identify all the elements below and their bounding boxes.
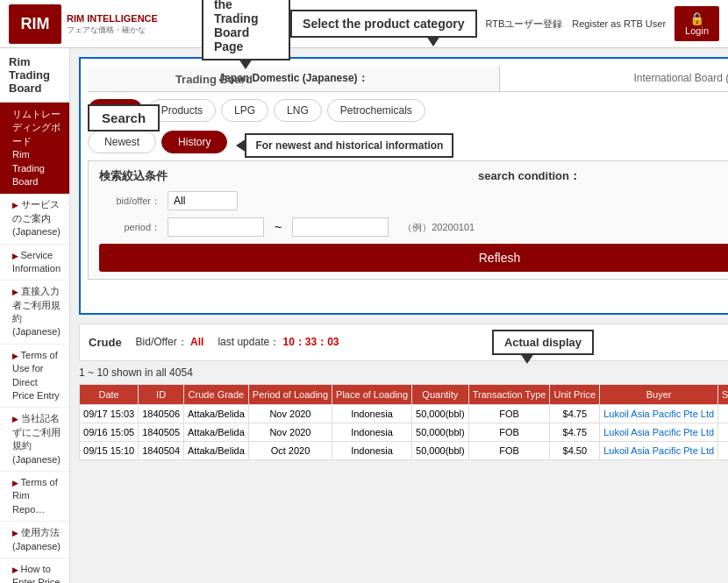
table-row: 09/17 15:031840506Attaka/BelidaNov 2020I…: [80, 405, 728, 423]
table-cell: 50,000(bbl): [412, 423, 469, 442]
table-cell: 1840504: [139, 442, 184, 460]
table-row: 09/16 15:051840505Attaka/BelidaNov 2020I…: [80, 423, 728, 442]
board-tabs: Japan Domestic (Japanese)： International…: [79, 57, 728, 315]
sidebar-item-usage-ja[interactable]: 使用方法(Japanese): [0, 522, 69, 558]
header: RIM RIM INTELLIGENCE フェアな価格・確かな Click he…: [0, 0, 728, 48]
period-label: period：: [99, 221, 161, 234]
period-row: period： ~ （例）20200101: [99, 217, 728, 237]
time-btn-history[interactable]: History: [161, 131, 227, 153]
table-cell[interactable]: Lukoil Asia Pacific Pte Ltd: [600, 442, 718, 460]
table-cell: Indonesia: [332, 442, 412, 460]
results-bid-offer: Bid/Offer： All: [136, 335, 204, 350]
table-cell: $4.50: [550, 442, 600, 460]
table-cell: Oct 2020: [248, 442, 332, 460]
search-header: 検索絞込条件 search condition： ∧: [99, 168, 728, 184]
table-cell: 50,000(bbl): [412, 405, 469, 423]
search-title-en: search condition：: [478, 168, 581, 184]
sidebar-item-terms2-ja[interactable]: 当社記名ずにご利用規約(Japanese): [0, 408, 69, 472]
col-buyer: Buyer: [600, 385, 718, 405]
results-left: Crude Bid/Offer： All last update： 10：33：…: [89, 335, 339, 350]
table-cell: 1840505: [139, 423, 184, 442]
time-btn-newest[interactable]: Newest: [88, 131, 156, 153]
table-cell: Indonesia: [332, 423, 412, 442]
data-table: Date ID Crude Grade Period of Loading Pl…: [79, 384, 728, 460]
results-area: Crude Bid/Offer： All last update： 10：33：…: [79, 323, 728, 480]
bid-offer-select[interactable]: All Bid Offer: [168, 191, 238, 210]
lock-icon: 🔒: [689, 11, 704, 25]
period-to-input[interactable]: [292, 217, 389, 237]
count-text: 1 ~ 10 shown in all 4054: [79, 366, 193, 379]
col-date: Date: [80, 385, 139, 405]
table-cell: Nov 2020: [248, 405, 332, 423]
time-callout: For newest and historical information: [245, 133, 453, 158]
table-head: Date ID Crude Grade Period of Loading Pl…: [80, 385, 728, 405]
results-last-update: last update： 10：33：03: [218, 335, 339, 350]
sidebar-item-terms-en[interactable]: Terms of Use for Direct Price Entry: [0, 345, 69, 409]
tab-japan[interactable]: Japan Domestic (Japanese)：: [88, 66, 500, 91]
table-header-row: Date ID Crude Grade Period of Loading Pl…: [80, 385, 728, 405]
page-num-bottom-wrap: 1: [79, 460, 728, 480]
period-from-input[interactable]: [168, 217, 264, 237]
sidebar-item-rim-trading-board[interactable]: リムトレーディングボード Rim Trading Board: [0, 103, 69, 194]
tilde-separator: ~: [271, 220, 285, 234]
search-callout-area: Search: [88, 280, 728, 306]
table-cell: [718, 405, 728, 423]
results-category: Crude: [89, 336, 122, 349]
sidebar-item-how-enter[interactable]: How to Enter Price: [0, 558, 69, 583]
main-layout: Rim Trading Board リムトレーディングボード Rim Tradi…: [0, 48, 728, 583]
table-cell: FOB: [468, 405, 550, 423]
table-cell: Attaka/Belida: [184, 423, 249, 442]
product-btn-lng[interactable]: LNG: [274, 99, 322, 122]
product-btn-lpg[interactable]: LPG: [221, 99, 268, 122]
col-transaction-type: Transaction Type: [468, 385, 550, 405]
sidebar-item-terms2-en[interactable]: Terms ofRim Repo…: [0, 472, 69, 522]
bid-offer-label: bid/offer：: [99, 195, 161, 208]
sidebar: Rim Trading Board リムトレーディングボード Rim Tradi…: [0, 48, 70, 583]
trading-board-subtitle: Trading Board: [175, 73, 253, 86]
logo-box: RIM: [9, 4, 61, 44]
table-body: 09/17 15:031840506Attaka/BelidaNov 2020I…: [80, 405, 728, 460]
table-cell: 09/17 15:03: [80, 405, 139, 423]
sidebar-item-service-en[interactable]: Service Information: [0, 245, 69, 281]
table-row: 09/15 15:101840504Attaka/BelidaOct 2020I…: [80, 442, 728, 460]
table-cell: 09/15 15:10: [80, 442, 139, 460]
table-cell: Attaka/Belida: [184, 405, 249, 423]
table-cell: 50,000(bbl): [412, 442, 469, 460]
refresh-button[interactable]: Reflesh: [99, 244, 728, 272]
table-cell: [718, 442, 728, 460]
tab-international[interactable]: International Board (English)：: [500, 66, 728, 91]
rtb-register: RTBユーザー登録 Register as RTB User: [486, 18, 667, 31]
count-row: 1 ~ 10 shown in all 4054 1: [79, 361, 728, 384]
table-cell[interactable]: Lukoil Asia Pacific Pte Ltd: [600, 405, 718, 423]
time-row: Newest History For newest and historical…: [88, 131, 728, 160]
table-cell: Attaka/Belida: [184, 442, 249, 460]
header-right: Select the product category RTBユーザー登録 Re…: [290, 6, 719, 41]
sidebar-item-terms-ja[interactable]: 直接入力者ご利用規約(Japanese): [0, 281, 69, 345]
enter-trading-callout[interactable]: Click here to enter the Trading Board Pa…: [202, 0, 290, 60]
results-header: Crude Bid/Offer： All last update： 10：33：…: [79, 323, 728, 361]
table-cell[interactable]: Lukoil Asia Pacific Pte Ltd: [600, 423, 718, 442]
login-button[interactable]: 🔒 Login: [674, 6, 719, 41]
table-cell: 09/16 15:05: [80, 423, 139, 442]
time-buttons: Newest History: [88, 131, 227, 153]
search-section: 検索絞込条件 search condition： ∧ bid/offer： Al…: [88, 160, 728, 280]
select-product-callout: Select the product category: [290, 10, 476, 38]
product-buttons: Crude Products LPG LNG Petrochemicals: [88, 99, 728, 122]
col-id: ID: [139, 385, 184, 405]
col-period-loading: Period of Loading: [248, 385, 332, 405]
table-cell: FOB: [468, 442, 550, 460]
content-area: Japan Domestic (Japanese)： International…: [70, 48, 728, 583]
search-callout: Search: [88, 104, 160, 132]
col-unit-price: Unit Price: [550, 385, 600, 405]
login-label: Login: [685, 25, 709, 36]
col-quantity: Quantity: [412, 385, 469, 405]
sidebar-item-service-ja[interactable]: サービスのご案内(Japanese): [0, 194, 69, 244]
table-cell: Nov 2020: [248, 423, 332, 442]
date-hint: （例）20200101: [403, 221, 475, 234]
search-title-ja: 検索絞込条件: [99, 168, 168, 184]
table-cell: Indonesia: [332, 405, 412, 423]
table-cell: FOB: [468, 423, 550, 442]
logo-sub: RIM INTELLIGENCE フェアな価格・確かな: [67, 12, 158, 35]
actual-display-callout-wrap: Actual display: [492, 330, 594, 355]
product-btn-petrochemicals[interactable]: Petrochemicals: [327, 99, 425, 122]
